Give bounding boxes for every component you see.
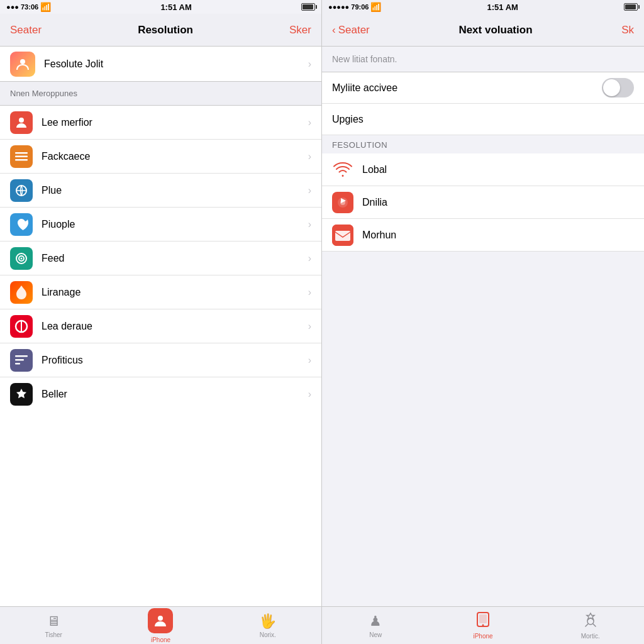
svg-rect-13: [15, 363, 20, 365]
svg-rect-4: [15, 159, 28, 161]
svg-rect-11: [15, 355, 28, 357]
list-item[interactable]: Profiticus ›: [0, 343, 321, 377]
tab-item-iphone-right[interactable]: iPhone: [430, 607, 537, 644]
list-item-label-1: Fackcaece: [42, 151, 308, 162]
myliite-toggle[interactable]: [602, 78, 634, 97]
toggle-row-label: Myliite accivee: [332, 82, 397, 94]
back-chevron-icon: ‹: [332, 24, 336, 36]
right-status-bar: ●●●●● 79:06 📶 1:51 AM: [322, 0, 644, 14]
tab-item-norix[interactable]: 🖐 Norix.: [214, 607, 321, 644]
right-list-item-morhun[interactable]: Morhun: [322, 219, 644, 252]
dnilia-icon: [332, 192, 353, 213]
tab-item-iphone-left[interactable]: iPhone: [107, 607, 214, 644]
right-hint-text: New litiat fonatn.: [322, 47, 644, 72]
toggle-row: Myliite accivee: [322, 72, 644, 104]
list-item-label-3: Piuople: [42, 219, 308, 230]
right-time: 1:51 AM: [487, 3, 518, 12]
svg-rect-12: [15, 359, 24, 361]
svg-rect-3: [15, 155, 28, 157]
list-item[interactable]: Beller ›: [0, 377, 321, 411]
list-item-label-6: Lea deraue: [42, 321, 308, 332]
right-list-item-lobal[interactable]: Lobal: [322, 153, 644, 186]
right-battery: [624, 3, 638, 11]
right-empty-area: [322, 252, 644, 606]
lobal-label: Lobal: [362, 164, 387, 175]
list-item-label-5: Liranage: [42, 287, 308, 298]
iphone-tab-label-left: iPhone: [151, 636, 170, 643]
left-signal: ●●● 73:06 📶: [6, 2, 51, 12]
left-nav-back[interactable]: Seater: [10, 24, 42, 36]
list-item[interactable]: Lea deraue ›: [0, 309, 321, 343]
right-nav-back[interactable]: ‹ Seater: [332, 24, 370, 36]
lobal-icon: [332, 159, 353, 180]
tab-item-new[interactable]: ♟ New: [322, 607, 430, 644]
left-list-container: Lee merfior › Fackcaece › P: [0, 106, 321, 606]
right-battery-icon: [624, 3, 638, 11]
list-item-label-0: Lee merfior: [42, 117, 308, 128]
svg-point-22: [482, 624, 484, 626]
left-status-bar: ●●● 73:06 📶 1:51 AM: [0, 0, 321, 14]
svg-rect-2: [15, 152, 28, 154]
featured-app-icon: [10, 52, 35, 77]
svg-point-8: [21, 257, 23, 259]
chevron-icon-5: ›: [308, 287, 311, 298]
right-list-item-dnilia[interactable]: Dnilia: [322, 186, 644, 219]
tab-item-mortic[interactable]: Mortic.: [536, 607, 644, 644]
left-signal-dots: ●●● 73:06: [6, 3, 38, 11]
left-nav-action[interactable]: Sker: [289, 24, 311, 36]
chevron-icon-0: ›: [308, 117, 311, 128]
left-battery-fill: [303, 4, 313, 9]
featured-item-label: Fesolute Jolit: [44, 58, 308, 70]
svg-point-0: [20, 59, 25, 64]
right-signal-dots: ●●●●● 79:06: [328, 3, 369, 11]
left-wifi-icon: 📶: [40, 2, 51, 12]
app-icon-8: [10, 383, 33, 406]
upgies-label: Upgies: [332, 114, 364, 125]
list-item[interactable]: Lee merfior ›: [0, 106, 321, 140]
svg-point-14: [158, 616, 163, 621]
list-item[interactable]: Feed ›: [0, 242, 321, 275]
list-item[interactable]: Fackcaece ›: [0, 140, 321, 174]
app-icon-0: [10, 111, 33, 134]
morhun-icon: [332, 225, 353, 246]
list-item-label-7: Profiticus: [42, 355, 308, 366]
list-item[interactable]: Piuople ›: [0, 208, 321, 242]
norix-tab-label: Norix.: [260, 631, 276, 638]
morhun-label: Morhun: [362, 230, 396, 241]
left-tab-bar: 🖥 Tisher iPhone 🖐 Norix.: [0, 606, 321, 644]
app-icon-6: [10, 315, 33, 338]
featured-item[interactable]: Fesolute Jolit ›: [0, 47, 321, 82]
upgies-row: Upgies: [322, 104, 644, 135]
chevron-icon-1: ›: [308, 151, 311, 162]
fesolution-label: Fesolution: [332, 140, 387, 150]
right-tab-bar: ♟ New iPhone Mortic.: [322, 606, 644, 644]
iphone-tab-icon-right: [475, 612, 491, 631]
right-nav-action[interactable]: Sk: [621, 24, 634, 36]
list-item-label-4: Feed: [42, 253, 308, 264]
left-panel: ●●● 73:06 📶 1:51 AM Seater Resolution Sk…: [0, 0, 322, 644]
svg-rect-21: [479, 614, 487, 623]
right-nav-title: Next voluation: [458, 24, 532, 36]
right-nav-back-label: Seater: [338, 24, 370, 36]
new-tab-icon: ♟: [369, 613, 382, 630]
svg-rect-19: [335, 231, 350, 241]
dnilia-label: Dnilia: [362, 197, 387, 208]
list-item[interactable]: Liranage ›: [0, 275, 321, 309]
app-icon-5: [10, 281, 33, 304]
left-section-header-label: Nnen Meroppunes: [10, 89, 77, 98]
right-signal: ●●●●● 79:06 📶: [328, 2, 381, 12]
iphone-tab-icon-bg: [148, 608, 173, 633]
right-wifi-icon: 📶: [370, 2, 381, 12]
left-section-header: Nnen Meroppunes: [0, 82, 321, 106]
left-battery: [301, 3, 315, 11]
chevron-icon-3: ›: [308, 219, 311, 230]
left-battery-icon: [301, 3, 315, 11]
tab-item-tisher[interactable]: 🖥 Tisher: [0, 607, 107, 644]
list-item[interactable]: Plue ›: [0, 174, 321, 208]
chevron-icon-4: ›: [308, 253, 311, 264]
app-icon-4: [10, 247, 33, 270]
chevron-icon-6: ›: [308, 321, 311, 332]
svg-point-1: [19, 118, 24, 123]
chevron-icon-2: ›: [308, 185, 311, 196]
chevron-icon-7: ›: [308, 355, 311, 366]
